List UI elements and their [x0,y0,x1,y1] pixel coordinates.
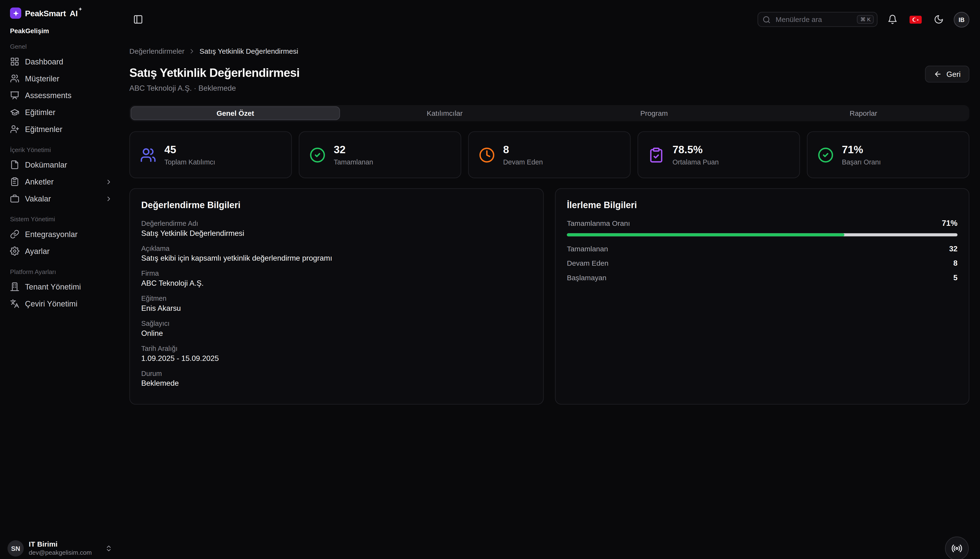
field-value: Beklemede [141,379,532,388]
dark-mode-toggle[interactable] [931,11,947,27]
field-label: Eğitmen [141,294,532,303]
sidebar-item-musteriler[interactable]: Müşteriler [5,70,118,87]
tenant-name: PeakGelişim [5,27,118,35]
bell-icon [888,14,898,24]
stat-label: Başarı Oranı [842,158,881,165]
sidebar-item-label: Assessments [25,91,72,100]
progress-fill [567,233,844,236]
sidebar-item-label: Dokümanlar [25,160,67,169]
notifications-button[interactable] [884,11,901,27]
clipboard-check-icon [648,147,664,163]
field-value: Satış Yetkinlik Değerlendirmesi [141,229,532,238]
page-title: Satış Yetkinlik Değerlendirmesi [129,66,299,80]
breadcrumb-current: Satış Yetkinlik Değerlendirmesi [200,48,298,55]
sidebar-item-label: Vakalar [25,194,51,203]
breadcrumb-parent[interactable]: Değerlendirmeler [129,48,185,55]
sidebar-section-label: Genel [5,43,118,50]
panel-left-icon [133,14,143,24]
arrow-left-icon [934,70,942,78]
tab-genel-ozet[interactable]: Genel Özet [131,106,340,120]
file-icon [10,160,19,169]
main-area: ⌘ K IB Değerlendirmeler [122,0,980,559]
link-icon [10,229,19,239]
stat-label: Toplam Katılımcı [164,158,215,165]
stat-value: 8 [503,144,543,156]
stat-value: 78.5% [673,144,719,156]
sidebar-item-label: Tenant Yönetimi [25,282,81,291]
sidebar-item-dashboard[interactable]: Dashboard [5,53,118,70]
tab-bar: Genel Özet Katılımcılar Program Raporlar [129,105,969,121]
chevrons-up-down-icon [105,544,112,552]
language-flag-button[interactable] [907,11,924,27]
field-label: Açıklama [141,244,532,253]
field-label: Değerlendirme Adı [141,219,532,228]
progress-row-label: Devam Eden [567,260,608,267]
sidebar-item-dokumanlar[interactable]: Dokümanlar [5,156,118,173]
sidebar-item-ceviri-yonetimi[interactable]: Çeviri Yönetimi [5,295,118,312]
user-email: dev@peakgelisim.com [29,549,92,557]
page-content: Değerlendirmeler Satış Yetkinlik Değerle… [122,39,980,559]
stats-row: 45 Toplam Katılımcı 32 Tamamlanan [129,131,969,178]
sidebar-item-entegrasyonlar[interactable]: Entegrasyonlar [5,226,118,243]
languages-icon [10,299,19,308]
detail-field: Açıklama Satış ekibi için kapsamlı yetki… [141,244,532,263]
chevron-right-icon [105,178,112,185]
detail-field: Sağlayıcı Online [141,319,532,338]
broadcast-button[interactable] [945,537,969,559]
sidebar-user-menu[interactable]: SN IT Birimi dev@peakgelisim.com [5,536,118,556]
detail-field: Durum Beklemede [141,369,532,388]
avatar: SN [7,540,24,556]
chevron-right-icon [188,48,196,55]
moon-icon [934,14,944,24]
progress-row-value: 5 [953,273,958,282]
briefcase-icon [10,194,19,203]
sidebar-item-label: Eğitimler [25,108,55,117]
sidebar-toggle-button[interactable] [130,11,146,27]
search-input[interactable] [774,15,853,24]
sidebar-section-label: İçerik Yönetimi [5,146,118,153]
sidebar-item-assessments[interactable]: Assessments [5,87,118,104]
search-input-wrapper[interactable]: ⌘ K [757,12,878,27]
stat-value: 71% [842,144,881,156]
building-icon [10,282,19,291]
sidebar-item-label: Anketler [25,177,54,186]
user-avatar-button[interactable]: IB [954,12,969,27]
progress-row-label: Tamamlanan [567,245,608,253]
app-viewport: PeakSmart AI PeakGelişim Genel Dashboard… [0,0,980,559]
field-label: Sağlayıcı [141,319,532,328]
back-button[interactable]: Geri [925,66,969,83]
shortcut-badge: ⌘ K [857,15,874,24]
sidebar-item-tenant-yonetimi[interactable]: Tenant Yönetimi [5,278,118,295]
tab-program[interactable]: Program [549,106,759,120]
stat-value: 45 [164,144,215,156]
sidebar-item-vakalar[interactable]: Vakalar [5,190,118,207]
card-title: Değerlendirme Bilgileri [141,200,532,210]
field-value: Online [141,329,532,338]
completion-label: Tamamlanma Oranı [567,220,630,227]
progress-row: Devam Eden 8 [567,259,957,268]
chevron-right-icon [105,195,112,202]
sidebar-item-ayarlar[interactable]: Ayarlar [5,243,118,260]
card-title: İlerleme Bilgileri [567,200,957,210]
detail-field: Eğitmen Enis Akarsu [141,294,532,313]
field-label: Durum [141,369,532,378]
tab-katilimcilar[interactable]: Katılımcılar [340,106,549,120]
detail-field: Firma ABC Teknoloji A.Ş. [141,269,532,288]
field-label: Tarih Aralığı [141,344,532,353]
sidebar-item-label: Çeviri Yönetimi [25,299,78,308]
sparkle-icon [79,7,83,11]
sidebar-item-egitimler[interactable]: Eğitimler [5,104,118,121]
presentation-icon [10,91,19,100]
brand-logo[interactable]: PeakSmart AI [5,7,118,18]
sidebar-item-anketler[interactable]: Anketler [5,173,118,190]
sidebar-item-egitmenler[interactable]: Eğitmenler [5,121,118,138]
stat-label: Devam Eden [503,158,543,165]
brand-name: PeakSmart [25,8,66,18]
grid-icon [10,57,19,66]
sidebar-item-label: Entegrasyonlar [25,230,78,239]
tab-raporlar[interactable]: Raporlar [759,106,968,120]
progress-bar [567,233,957,236]
page-subtitle: ABC Teknoloji A.Ş. · Beklemede [129,84,299,93]
graduation-cap-icon [10,108,19,117]
sidebar-section-label: Platform Ayarları [5,268,118,275]
